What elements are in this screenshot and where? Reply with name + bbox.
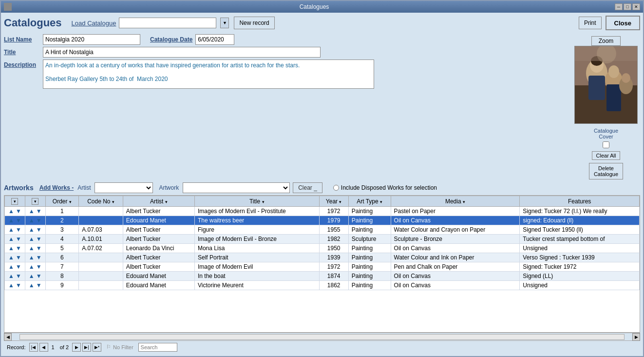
row-down-button[interactable]: ▼	[15, 273, 22, 279]
delete-catalogue-button[interactable]: Delete Catalogue	[589, 163, 623, 179]
row-up-button2[interactable]: ▲	[28, 282, 35, 289]
form-section: List Name Catalogue Date Title Descripti…	[4, 34, 640, 179]
row-down-button2[interactable]: ▼	[36, 217, 42, 224]
row-down-button[interactable]: ▼	[15, 282, 22, 289]
cell-title: Images of Modern Evil - Prostitute	[194, 207, 319, 216]
clear-button[interactable]: Clear _	[293, 182, 322, 193]
row-up-button[interactable]: ▲	[8, 208, 15, 215]
row-up-button[interactable]: ▲	[8, 263, 15, 270]
search-input[interactable]	[138, 343, 177, 352]
load-catalogue-input[interactable]	[119, 18, 216, 28]
restore-button[interactable]: □	[624, 3, 631, 10]
table-row[interactable]: ▲ ▼ ▲ ▼ 9 Edouard Manet Victorine Meuren…	[5, 281, 640, 290]
svg-rect-6	[588, 76, 605, 100]
catalogue-date-label: Catalogue Date	[150, 36, 192, 43]
row-up-button2[interactable]: ▲	[28, 245, 35, 252]
row-down-button2[interactable]: ▼	[36, 254, 42, 261]
row-down-button2[interactable]: ▼	[36, 273, 42, 279]
nav-next-button[interactable]: ▶	[72, 343, 81, 352]
include-disposed-label: Include Disposed Works for selection	[341, 184, 437, 191]
print-button[interactable]: Print	[579, 17, 602, 29]
window-close-button[interactable]: ✕	[632, 3, 640, 10]
artwork-dropdown[interactable]	[183, 182, 290, 193]
row-down-button2[interactable]: ▼	[36, 226, 42, 233]
cell-artist: Albert Tucker	[123, 253, 194, 262]
col-title[interactable]: Title ▾	[194, 196, 319, 207]
nav-new-button[interactable]: ▶*	[93, 343, 101, 352]
row-down-button2[interactable]: ▼	[36, 282, 42, 289]
table-scroll[interactable]: ▾ ▾ Order ▾ Code No ▾ Artist ▾ Title ▾ Y…	[4, 196, 640, 290]
row-down-button2[interactable]: ▼	[36, 245, 42, 252]
table-row[interactable]: ▲ ▼ ▲ ▼ 8 Edouard Manet In the boat 1874…	[5, 272, 640, 281]
zoom-button[interactable]: Zoom	[591, 36, 621, 46]
col-artist[interactable]: Artist ▾	[123, 196, 194, 207]
scroll-left-button[interactable]: ◀	[4, 333, 12, 341]
table-row[interactable]: ▲ ▼ ▲ ▼ 7 Albert Tucker Image of Modern …	[5, 262, 640, 272]
cell-title: Mona Lisa	[194, 244, 319, 253]
row-down-button[interactable]: ▼	[15, 208, 22, 215]
catalogue-cover-checkbox[interactable]	[603, 141, 609, 148]
artist-dropdown-label: Artist	[77, 184, 91, 191]
title-input[interactable]	[43, 47, 321, 58]
row-down-button2[interactable]: ▼	[36, 236, 42, 242]
row-up-button2[interactable]: ▲	[28, 236, 35, 242]
load-catalogue-label[interactable]: Load Catalogue	[72, 20, 116, 27]
col-code[interactable]: Code No ▾	[79, 196, 123, 207]
row-down-button[interactable]: ▼	[15, 226, 22, 233]
cell-art-type: Painting	[348, 244, 391, 253]
col-art-type[interactable]: Art Type ▾	[348, 196, 391, 207]
row-up-button[interactable]: ▲	[8, 245, 15, 252]
row-up-button2[interactable]: ▲	[28, 217, 35, 224]
nav-first-button[interactable]: |◀	[29, 343, 38, 352]
row-up-button2[interactable]: ▲	[28, 263, 35, 270]
row-up-button2[interactable]: ▲	[28, 273, 35, 279]
row-up-button[interactable]: ▲	[8, 226, 15, 233]
load-catalogue-dropdown-btn[interactable]: ▼	[220, 18, 229, 28]
col-order[interactable]: Order ▾	[45, 196, 79, 207]
row-up-button[interactable]: ▲	[8, 217, 15, 224]
col-year[interactable]: Year ▾	[319, 196, 348, 207]
table-row[interactable]: ▲ ▼ ▲ ▼ 2 Edouard Manet The waitress bee…	[5, 216, 640, 225]
horizontal-scrollbar[interactable]	[19, 334, 625, 340]
col-controls1[interactable]: ▾	[5, 196, 25, 207]
row-down-button[interactable]: ▼	[15, 236, 22, 242]
col-dot-btn[interactable]: ▾	[11, 198, 18, 205]
nav-last-button[interactable]: ▶|	[82, 343, 91, 352]
col-features[interactable]: Features	[520, 196, 640, 207]
description-textarea[interactable]: An in-depth look at a century of works t…	[43, 60, 374, 89]
catalogue-date-input[interactable]	[195, 34, 234, 45]
row-down-button2[interactable]: ▼	[36, 263, 42, 270]
table-row[interactable]: ▲ ▼ ▲ ▼ 4 A.10.01 Albert Tucker Image of…	[5, 235, 640, 244]
artist-dropdown[interactable]	[95, 182, 153, 193]
row-down-button2[interactable]: ▼	[36, 208, 42, 215]
row-up-button[interactable]: ▲	[8, 273, 15, 279]
close-button[interactable]: Close	[606, 16, 640, 30]
table-row[interactable]: ▲ ▼ ▲ ▼ 5 A.07.02 Leonardo Da Vinci Mona…	[5, 244, 640, 253]
row-up-button[interactable]: ▲	[8, 254, 15, 261]
nav-prev-button[interactable]: ◀	[39, 343, 48, 352]
col-dot-btn2[interactable]: ▾	[32, 198, 38, 205]
scroll-right-button[interactable]: ▶	[632, 333, 640, 341]
new-record-button[interactable]: New record	[234, 17, 274, 29]
include-disposed-radio[interactable]	[333, 185, 339, 191]
table-row[interactable]: ▲ ▼ ▲ ▼ 6 Albert Tucker Self Portrait 19…	[5, 253, 640, 262]
table-row[interactable]: ▲ ▼ ▲ ▼ 3 A.07.03 Albert Tucker Figure 1…	[5, 225, 640, 235]
add-works-label[interactable]: Add Works -	[39, 184, 74, 191]
list-name-input[interactable]	[43, 34, 140, 45]
svg-point-8	[608, 65, 619, 78]
row-up-button[interactable]: ▲	[8, 282, 15, 289]
col-controls2[interactable]: ▾	[25, 196, 45, 207]
row-up-button[interactable]: ▲	[8, 236, 15, 242]
row-down-button[interactable]: ▼	[15, 245, 22, 252]
row-down-button[interactable]: ▼	[15, 254, 22, 261]
table-row[interactable]: ▲ ▼ ▲ ▼ 1 Albert Tucker Images of Modern…	[5, 207, 640, 216]
clear-all-button[interactable]: Clear All	[592, 151, 621, 160]
row-down-button[interactable]: ▼	[15, 263, 22, 270]
row-up-button2[interactable]: ▲	[28, 226, 35, 233]
no-filter-icon: ⚐	[106, 344, 111, 350]
row-up-button2[interactable]: ▲	[28, 254, 35, 261]
col-media[interactable]: Media ▾	[391, 196, 520, 207]
row-down-button[interactable]: ▼	[15, 217, 22, 224]
row-up-button2[interactable]: ▲	[28, 208, 35, 215]
minimize-button[interactable]: ─	[615, 3, 623, 10]
